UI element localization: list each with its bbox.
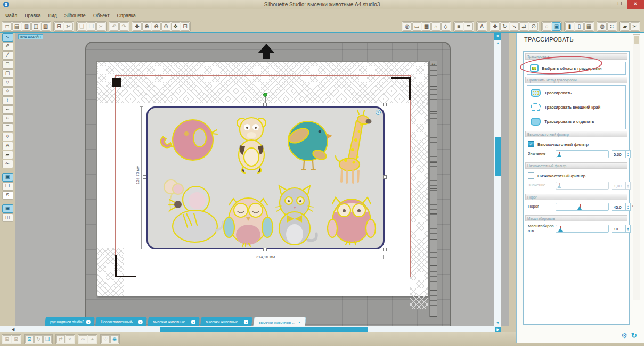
selection-handle[interactable] — [263, 103, 267, 106]
close-button[interactable]: × — [627, 0, 644, 9]
cutting-mat-icon[interactable]: ▩ — [422, 22, 431, 31]
open-library-icon[interactable]: ▥ — [22, 22, 31, 31]
preferences-gear-icon[interactable]: ⚙ — [621, 332, 627, 340]
new-document-icon[interactable]: □ — [3, 22, 12, 31]
spinner-arrows-icon[interactable]: ▴▾ — [625, 225, 630, 232]
menu-help[interactable]: Справка — [113, 11, 140, 20]
rhinestone-icon[interactable]: ∷ — [607, 22, 616, 31]
tab-vysechki-2[interactable]: высечки животные ... x — [200, 317, 252, 326]
threshold-slider[interactable] — [556, 203, 609, 211]
high-pass-slider[interactable] — [556, 150, 609, 158]
menu-view[interactable]: Вид — [45, 11, 61, 20]
align-icon[interactable]: ⇄ — [519, 22, 528, 31]
text-style-icon[interactable]: A — [477, 22, 486, 31]
sync-refresh-icon[interactable]: ↻ — [631, 332, 637, 340]
device-cameo-icon[interactable]: ▯ — [575, 22, 584, 31]
polygon-tool[interactable]: ✧ — [2, 87, 13, 96]
line-style-icon[interactable]: ≡ — [454, 22, 463, 31]
pixscan-icon[interactable]: ◍ — [598, 22, 607, 31]
menu-file[interactable]: Файл — [2, 11, 21, 20]
drag-zoom-icon[interactable]: ❖ — [171, 22, 180, 31]
high-pass-spinner[interactable]: 5,00 ▴▾ — [612, 150, 631, 158]
single-window-button[interactable]: ▣ — [2, 204, 13, 213]
registration-marks-icon[interactable]: ⌂ — [431, 22, 441, 31]
select-tool[interactable]: ↖ — [2, 33, 13, 42]
selection-handle[interactable] — [383, 103, 387, 106]
selection-handle[interactable] — [383, 248, 387, 251]
expand-panel-icon[interactable]: » — [494, 33, 501, 40]
scroll-down-icon[interactable]: ▼ — [494, 321, 501, 325]
tab-untitled[interactable]: Неозаглавленный-... x — [95, 317, 146, 326]
undo-icon[interactable]: ↶ — [110, 22, 119, 31]
split-window-button[interactable]: ◫ — [2, 213, 13, 222]
design-view-button[interactable]: ▣ — [2, 173, 13, 182]
eraser-tool[interactable]: ▰ — [2, 151, 13, 159]
spinner-arrows-icon[interactable]: ▴▾ — [625, 203, 630, 210]
regular-polygon-tool[interactable]: ◊ — [2, 133, 13, 141]
fill-style-icon[interactable]: ≣ — [464, 22, 473, 31]
eraser-icon[interactable]: ▰ — [621, 22, 630, 31]
web-icon[interactable]: ◉ — [110, 335, 119, 343]
smooth-freehand-tool[interactable]: ≈ — [2, 114, 13, 123]
minimize-button[interactable]: — — [598, 0, 613, 9]
flip-icon[interactable]: ⇄ — [56, 335, 65, 343]
menu-edit[interactable]: Правка — [21, 11, 44, 20]
edit-points-tool[interactable]: ✐ — [2, 42, 13, 51]
high-pass-checkbox[interactable]: ✓ — [528, 141, 534, 147]
dock-tab[interactable] — [634, 36, 639, 44]
cut-icon[interactable]: ✂ — [96, 22, 105, 31]
print-icon[interactable]: ⊟ — [54, 22, 63, 31]
paste-icon[interactable]: ❐ — [87, 22, 96, 31]
pin-icon[interactable]: ◎ — [403, 22, 412, 31]
detach-icon[interactable]: ≁ — [88, 335, 96, 343]
offset-icon[interactable]: ◌ — [542, 22, 551, 31]
zoom-in-icon[interactable]: ⊕ — [142, 22, 151, 31]
selection-handle[interactable] — [143, 248, 146, 251]
trace-and-detach-button[interactable]: Трассировать и отделить — [527, 114, 625, 129]
close-tab-icon[interactable]: x — [244, 320, 248, 324]
selection-handle[interactable] — [143, 175, 146, 179]
maximize-button[interactable]: ❐ — [613, 0, 627, 9]
like-icon[interactable]: ♡ — [101, 335, 110, 343]
shape-style-icon[interactable]: ◇ — [441, 22, 450, 31]
selection-handle[interactable] — [383, 175, 387, 179]
rotation-handle[interactable] — [263, 93, 267, 97]
close-tab-icon[interactable]: x — [297, 320, 301, 324]
arc-tool[interactable]: ⌒ — [2, 123, 13, 132]
delete-icon[interactable]: × — [66, 335, 74, 343]
design-canvas[interactable]: ВИД ДИЗАЙН 12 — [15, 33, 509, 326]
trace-icon[interactable]: ▣ — [552, 22, 561, 31]
vertical-scroll-thumb[interactable] — [495, 137, 501, 176]
scale-spinner[interactable]: 10 ▴▾ — [612, 225, 631, 233]
freehand-tool[interactable]: ∽ — [2, 105, 13, 114]
menu-object[interactable]: Объект — [89, 11, 113, 20]
send-to-cutter-icon[interactable]: ✄ — [64, 22, 73, 31]
menu-silhouette[interactable]: Silhouette — [61, 11, 89, 20]
spinner-arrows-icon[interactable]: ▴▾ — [625, 151, 630, 158]
select-all-icon[interactable]: ⊞ — [3, 335, 11, 343]
save-icon[interactable]: ◫ — [31, 22, 40, 31]
selection-handle[interactable] — [143, 103, 146, 106]
low-pass-checkbox[interactable] — [528, 172, 534, 179]
zoom-region-icon[interactable]: ⊡ — [25, 335, 34, 343]
duplicate-icon[interactable]: ❏ — [43, 335, 52, 343]
ellipse-tool[interactable]: ○ — [2, 78, 13, 87]
line-tool[interactable]: ╱ — [2, 51, 13, 60]
tab-rus-nadpisi[interactable]: рус.надписи.studio3 x — [45, 317, 95, 326]
zoom-out-icon[interactable]: ⊖ — [152, 22, 161, 31]
library-view-button[interactable]: ❐ — [2, 182, 13, 191]
text-tool[interactable]: A — [2, 142, 13, 150]
save-to-library-icon[interactable]: ▧ — [41, 22, 50, 31]
rounded-rectangle-tool[interactable]: ▢ — [2, 69, 13, 78]
scale-slider[interactable] — [556, 225, 609, 233]
open-icon[interactable]: ▤ — [12, 22, 21, 31]
trace-button[interactable]: Трассировать — [527, 86, 625, 100]
scale-icon[interactable]: ↘ — [510, 22, 519, 31]
close-tab-icon[interactable]: x — [191, 320, 195, 324]
rotate-copy-icon[interactable]: ↻ — [34, 335, 43, 343]
zoom-selection-icon[interactable]: ⊙ — [161, 22, 170, 31]
store-view-button[interactable]: S — [2, 191, 13, 200]
rotate-icon[interactable]: ↻ — [500, 22, 509, 31]
copy-icon[interactable]: ❏ — [77, 22, 86, 31]
pan-icon[interactable]: ✥ — [133, 22, 142, 31]
